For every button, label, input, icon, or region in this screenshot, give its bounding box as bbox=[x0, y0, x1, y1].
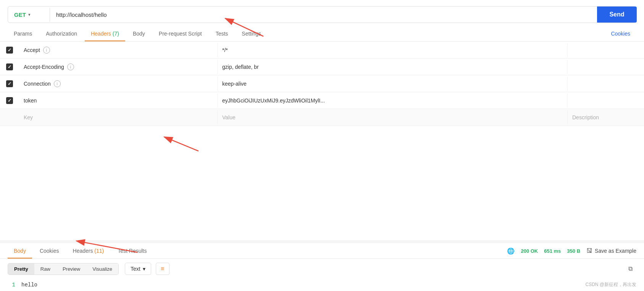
table-row: ✓ Accept-Encoding i gzip, deflate, br bbox=[0, 59, 644, 75]
body-toolbar: Pretty Raw Preview Visualize Text ▾ ≡ ⧉ bbox=[0, 259, 644, 279]
desc-cell-accept-encoding bbox=[568, 63, 644, 71]
save-example-button[interactable]: 🖫 Save as Example bbox=[586, 247, 636, 254]
tab-headers[interactable]: Headers (7) bbox=[85, 26, 125, 41]
response-tab-body[interactable]: Body bbox=[8, 243, 32, 258]
info-icon-accept[interactable]: i bbox=[43, 47, 50, 54]
tab-settings[interactable]: Settings bbox=[236, 26, 267, 41]
save-icon: 🖫 bbox=[586, 247, 592, 254]
info-icon-connection[interactable]: i bbox=[54, 80, 61, 87]
url-bar-section: GET ▾ Send bbox=[0, 0, 644, 23]
key-label-connection: Connection bbox=[24, 81, 51, 87]
format-preview[interactable]: Preview bbox=[56, 263, 86, 275]
url-input[interactable] bbox=[50, 7, 597, 23]
checkbox-accept-encoding[interactable]: ✓ bbox=[6, 63, 13, 70]
send-button[interactable]: Send bbox=[597, 7, 636, 23]
checkbox-cell-2[interactable]: ✓ bbox=[0, 63, 19, 70]
wrap-icon: ≡ bbox=[161, 265, 164, 272]
tab-params[interactable]: Params bbox=[8, 26, 38, 41]
tab-prerequest[interactable]: Pre-request Script bbox=[153, 26, 208, 41]
key-label-accept: Accept bbox=[24, 47, 40, 53]
format-visualize[interactable]: Visualize bbox=[86, 263, 118, 275]
code-line-1: hello bbox=[21, 282, 37, 288]
key-cell-accept: Accept i bbox=[19, 43, 218, 57]
response-tabs: Body Cookies Headers (11) Test Results 🌐… bbox=[0, 243, 644, 259]
checkbox-cell-3[interactable]: ✓ bbox=[0, 80, 19, 87]
tab-cookies[interactable]: Cookies bbox=[605, 26, 636, 41]
url-bar: GET ▾ Send bbox=[8, 6, 636, 23]
desc-cell-placeholder: Description bbox=[568, 111, 644, 124]
response-tab-headers[interactable]: Headers (11) bbox=[67, 243, 110, 258]
request-tabs: Params Authorization Headers (7) Body Pr… bbox=[0, 26, 644, 42]
format-group: Pretty Raw Preview Visualize bbox=[8, 263, 119, 275]
table-row-placeholder: Key Value Description bbox=[0, 109, 644, 126]
tab-body[interactable]: Body bbox=[127, 26, 151, 41]
value-cell-connection: keep-alive bbox=[218, 77, 568, 91]
response-size: 350 B bbox=[567, 248, 580, 254]
footer-watermark: CSDN @新征程，再出发 bbox=[585, 281, 636, 288]
key-label-token: token bbox=[24, 98, 37, 104]
tab-tests[interactable]: Tests bbox=[210, 26, 234, 41]
key-label-accept-encoding: Accept-Encoding bbox=[24, 64, 64, 70]
desc-cell-token bbox=[568, 97, 644, 104]
table-row: ✓ Connection i keep-alive bbox=[0, 75, 644, 92]
main-container: GET ▾ Send Params Authorization Headers … bbox=[0, 0, 644, 291]
info-icon-accept-encoding[interactable]: i bbox=[67, 63, 74, 70]
key-cell-connection: Connection i bbox=[19, 76, 218, 91]
format-raw[interactable]: Raw bbox=[34, 263, 56, 275]
key-cell-token: token bbox=[19, 94, 218, 107]
value-cell-accept: */* bbox=[218, 43, 568, 57]
checkbox-accept[interactable]: ✓ bbox=[6, 47, 13, 54]
response-section: Body Cookies Headers (11) Test Results 🌐… bbox=[0, 240, 644, 291]
desc-cell-connection bbox=[568, 80, 644, 88]
globe-icon: 🌐 bbox=[507, 247, 515, 255]
line-number-1: 1 bbox=[8, 282, 15, 288]
table-row: ✓ Accept i */* bbox=[0, 42, 644, 59]
checkbox-cell-4[interactable]: ✓ bbox=[0, 97, 19, 104]
response-time: 651 ms bbox=[544, 248, 561, 254]
response-tab-testresults[interactable]: Test Results bbox=[111, 243, 153, 258]
method-selector[interactable]: GET ▾ bbox=[8, 8, 50, 22]
method-text: GET bbox=[14, 11, 26, 18]
copy-icon: ⧉ bbox=[628, 265, 633, 272]
checkbox-connection[interactable]: ✓ bbox=[6, 80, 13, 87]
copy-button[interactable]: ⧉ bbox=[624, 263, 636, 275]
value-cell-token: eyJhbGciOiJIUzUxMiJ9.eyJzdWliOil1MylI... bbox=[218, 94, 568, 107]
code-body: 1 hello bbox=[0, 279, 644, 291]
chevron-down-icon: ▾ bbox=[143, 266, 145, 272]
value-cell-accept-encoding: gzip, deflate, br bbox=[218, 60, 568, 74]
desc-cell-accept bbox=[568, 46, 644, 54]
text-format-dropdown[interactable]: Text ▾ bbox=[125, 263, 151, 275]
value-cell-placeholder[interactable]: Value bbox=[218, 111, 568, 124]
checkbox-token[interactable]: ✓ bbox=[6, 97, 13, 104]
tab-authorization[interactable]: Authorization bbox=[40, 26, 83, 41]
response-meta: 🌐 200 OK 651 ms 350 B 🖫 Save as Example bbox=[507, 247, 636, 255]
headers-table: ✓ Accept i */* ✓ Accept-Encoding i gzip,… bbox=[0, 42, 644, 240]
wrap-toggle-button[interactable]: ≡ bbox=[156, 263, 169, 275]
format-pretty[interactable]: Pretty bbox=[8, 263, 34, 275]
checkbox-cell-1[interactable]: ✓ bbox=[0, 47, 19, 54]
key-cell-placeholder[interactable]: Key bbox=[19, 111, 218, 124]
key-cell-accept-encoding: Accept-Encoding i bbox=[19, 60, 218, 74]
response-tab-cookies[interactable]: Cookies bbox=[34, 243, 65, 258]
status-code: 200 OK bbox=[521, 248, 538, 254]
table-row: ✓ token eyJhbGciOiJIUzUxMiJ9.eyJzdWliOil… bbox=[0, 92, 644, 109]
chevron-down-icon: ▾ bbox=[28, 12, 31, 17]
